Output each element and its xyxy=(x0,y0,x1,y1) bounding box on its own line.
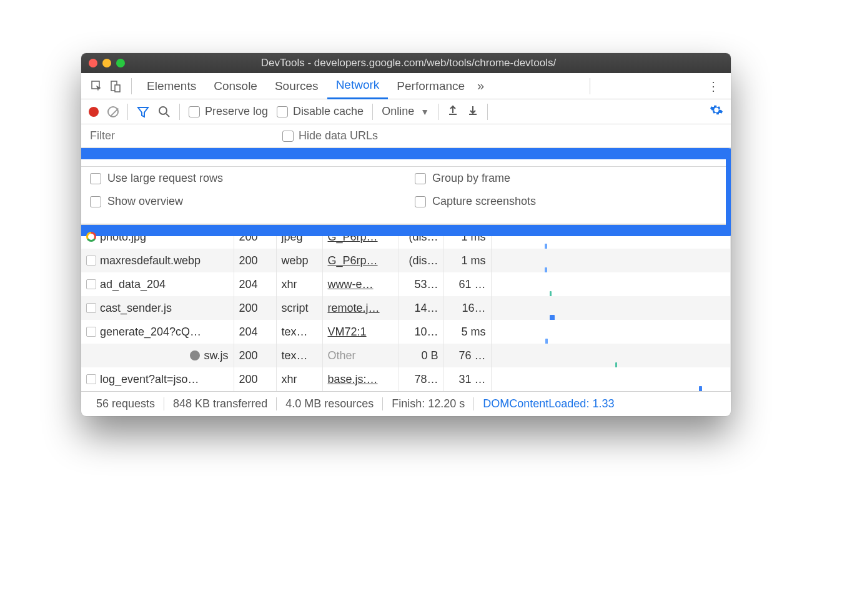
cell-type: xhr xyxy=(276,367,322,391)
cell-type: script xyxy=(276,296,322,320)
file-type-icon xyxy=(86,327,96,337)
request-name: photo.jpg xyxy=(100,231,146,244)
svg-point-3 xyxy=(159,107,167,114)
cell-time: 1 ms xyxy=(443,249,491,272)
cell-initiator[interactable]: VM72:1 xyxy=(322,320,399,344)
summary-bar: 56 requests 848 KB transferred 4.0 MB re… xyxy=(81,391,731,416)
download-har-icon[interactable] xyxy=(467,104,478,119)
tab-sources[interactable]: Sources xyxy=(266,73,327,99)
cell-time: 31 … xyxy=(443,367,491,391)
cell-waterfall xyxy=(491,344,731,367)
table-row[interactable]: sw.js200tex…Other0 B76 … xyxy=(81,344,731,367)
request-name: sw.js xyxy=(204,349,228,362)
cell-status: 204 xyxy=(234,320,276,344)
request-name: maxresdefault.webp xyxy=(100,254,201,267)
throttling-select[interactable]: Online ▼ xyxy=(382,105,429,118)
cell-initiator[interactable]: remote.j… xyxy=(322,296,399,320)
large-rows-label: Use large request rows xyxy=(107,172,223,185)
request-name: cast_sender.js xyxy=(100,302,172,315)
cell-size: 0 B xyxy=(399,344,443,367)
clear-icon[interactable] xyxy=(107,106,119,117)
hide-data-urls-label: Hide data URLs xyxy=(299,129,378,142)
preserve-log-label: Preserve log xyxy=(205,105,268,118)
table-row[interactable]: ad_data_204204xhrwww-e…53…61 … xyxy=(81,272,731,296)
cell-type: xhr xyxy=(276,272,322,296)
capture-screenshots-checkbox[interactable]: Capture screenshots xyxy=(406,190,731,213)
cell-initiator[interactable]: G_P6rp… xyxy=(322,225,399,249)
cell-status: 200 xyxy=(234,225,276,249)
chevron-down-icon: ▼ xyxy=(420,107,429,117)
tab-network[interactable]: Network xyxy=(327,73,389,99)
cell-status: 200 xyxy=(234,367,276,391)
cell-initiator[interactable]: www-e… xyxy=(322,272,399,296)
search-icon[interactable] xyxy=(158,106,171,118)
filter-bar: Hide data URLs xyxy=(81,124,731,148)
hide-data-urls-checkbox[interactable]: Hide data URLs xyxy=(282,129,378,142)
capture-screenshots-label: Capture screenshots xyxy=(432,195,536,208)
table-row[interactable]: log_event?alt=jso…200xhrbase.js:…78…31 … xyxy=(81,367,731,391)
file-type-icon xyxy=(190,350,200,360)
device-toggle-icon[interactable] xyxy=(106,77,125,96)
cell-time: 5 ms xyxy=(443,320,491,344)
upload-har-icon[interactable] xyxy=(447,104,458,119)
cell-waterfall xyxy=(491,296,731,320)
svg-line-4 xyxy=(166,114,169,117)
cell-size: 14… xyxy=(399,296,443,320)
table-row[interactable]: cast_sender.js200scriptremote.j…14…16… xyxy=(81,296,731,320)
inspect-icon[interactable] xyxy=(87,77,106,96)
cell-size: (dis… xyxy=(399,249,443,272)
cell-type: tex… xyxy=(276,320,322,344)
cell-size: (dis… xyxy=(399,225,443,249)
cell-initiator[interactable]: G_P6rp… xyxy=(322,249,399,272)
svg-rect-2 xyxy=(115,85,120,92)
cell-waterfall xyxy=(491,320,731,344)
cell-status: 204 xyxy=(234,272,276,296)
settings-gear-icon[interactable] xyxy=(710,103,723,120)
cell-waterfall xyxy=(491,272,731,296)
request-name: generate_204?cQ… xyxy=(100,325,201,339)
filter-input[interactable] xyxy=(89,129,264,143)
panel-tabs: Elements Console Sources Network Perform… xyxy=(81,73,731,99)
cell-time: 1 ms xyxy=(443,225,491,249)
summary-resources: 4.0 MB resources xyxy=(277,397,383,410)
filter-toggle-icon[interactable] xyxy=(137,106,149,118)
titlebar: DevTools - developers.google.com/web/too… xyxy=(81,53,731,73)
cell-type: webp xyxy=(276,249,322,272)
show-overview-checkbox[interactable]: Show overview xyxy=(81,190,406,213)
group-by-frame-label: Group by frame xyxy=(432,172,510,185)
summary-finish: Finish: 12.20 s xyxy=(383,397,474,410)
tab-elements[interactable]: Elements xyxy=(138,73,205,99)
summary-dcl: DOMContentLoaded: 1.33 xyxy=(474,397,623,410)
cell-initiator[interactable]: base.js:… xyxy=(322,367,399,391)
cell-size: 78… xyxy=(399,367,443,391)
summary-requests: 56 requests xyxy=(87,397,164,410)
table-row[interactable]: generate_204?cQ…204tex…VM72:110…5 ms xyxy=(81,320,731,344)
group-by-frame-checkbox[interactable]: Group by frame xyxy=(406,167,731,190)
cell-status: 200 xyxy=(234,296,276,320)
table-row[interactable]: photo.jpg200jpegG_P6rp…(dis…1 ms xyxy=(81,225,731,249)
kebab-menu-icon[interactable]: ⋮ xyxy=(702,79,725,94)
file-type-icon xyxy=(86,232,96,242)
throttling-value: Online xyxy=(382,105,414,118)
cell-initiator[interactable]: Other xyxy=(322,344,399,367)
tabs-overflow-icon[interactable]: » xyxy=(477,79,484,93)
cell-waterfall xyxy=(491,225,731,249)
large-rows-checkbox[interactable]: Use large request rows xyxy=(81,167,406,190)
record-icon[interactable] xyxy=(89,107,99,117)
tab-console[interactable]: Console xyxy=(205,73,266,99)
cell-waterfall xyxy=(491,249,731,272)
window-title: DevTools - developers.google.com/web/too… xyxy=(94,57,723,69)
preserve-log-checkbox[interactable]: Preserve log xyxy=(189,105,268,118)
cell-size: 53… xyxy=(399,272,443,296)
table-row[interactable]: maxresdefault.webp200webpG_P6rp…(dis…1 m… xyxy=(81,249,731,272)
file-type-icon xyxy=(86,279,96,289)
tab-performance[interactable]: Performance xyxy=(388,73,473,99)
cell-size: 10… xyxy=(399,320,443,344)
disable-cache-checkbox[interactable]: Disable cache xyxy=(277,105,364,118)
request-name: log_event?alt=jso… xyxy=(100,373,199,386)
devtools-window: DevTools - developers.google.com/web/too… xyxy=(81,53,731,416)
request-name: ad_data_204 xyxy=(100,278,166,291)
cell-waterfall xyxy=(491,367,731,391)
file-type-icon xyxy=(86,374,96,384)
requests-table: photo.jpg200jpegG_P6rp…(dis…1 msmaxresde… xyxy=(81,225,731,391)
